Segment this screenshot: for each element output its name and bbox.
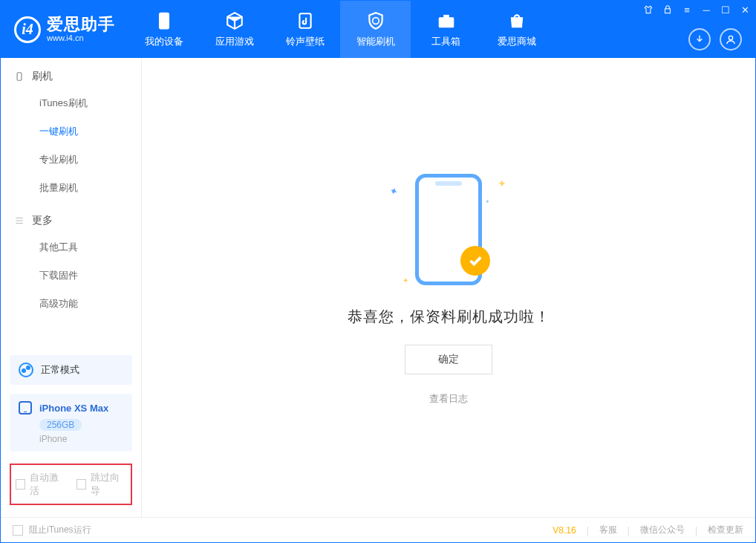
sidebar-item-pro-flash[interactable]: 专业刷机 [1, 146, 141, 174]
device-card[interactable]: iPhone XS Max 256GB iPhone [10, 394, 132, 452]
device-type: iPhone [39, 434, 123, 444]
titlebar-right-actions [688, 28, 742, 51]
logo-text: 爱思助手 www.i4.cn [47, 16, 115, 42]
svg-rect-4 [665, 9, 671, 13]
nav-tabs: 我的设备 应用游戏 铃声壁纸 智能刷机 工具箱 爱思商城 [128, 1, 552, 58]
download-button[interactable] [688, 28, 711, 51]
tab-label: 爱思商城 [498, 35, 536, 48]
tab-label: 铃声壁纸 [286, 35, 325, 48]
app-name: 爱思助手 [47, 16, 115, 33]
shirt-icon[interactable] [642, 4, 654, 16]
section-title: 刷机 [32, 70, 53, 83]
close-button[interactable]: ✕ [739, 4, 751, 16]
sidebar-item-advanced[interactable]: 高级功能 [1, 290, 141, 318]
check-update-link[interactable]: 检查更新 [708, 524, 743, 536]
titlebar: i4 爱思助手 www.i4.cn 我的设备 应用游戏 铃声壁纸 智能刷机 工具… [1, 1, 755, 58]
separator: | [587, 525, 589, 536]
tab-label: 我的设备 [145, 35, 183, 48]
tab-toolbox[interactable]: 工具箱 [411, 1, 481, 58]
checkbox-icon [76, 479, 86, 490]
svg-rect-3 [443, 15, 449, 17]
statusbar: 阻止iTunes运行 V8.16 | 客服 | 微信公众号 | 检查更新 [1, 517, 755, 542]
device-name: iPhone XS Max [39, 403, 108, 414]
sparkle-icon: ✦ [403, 276, 408, 284]
sidebar-items-more: 其他工具 下载固件 高级功能 [1, 233, 141, 318]
svg-rect-6 [17, 73, 22, 81]
section-title: 更多 [32, 214, 53, 227]
success-illustration: ✦ ✦ ✦ ✦ [382, 170, 515, 289]
checkbox-label: 自动激活 [30, 471, 65, 498]
device-icon [14, 71, 25, 82]
block-itunes-label[interactable]: 阻止iTunes运行 [29, 524, 91, 536]
app-logo[interactable]: i4 爱思助手 www.i4.cn [1, 1, 128, 58]
sidebar-item-batch-flash[interactable]: 批量刷机 [1, 174, 141, 202]
sidebar: 刷机 iTunes刷机 一键刷机 专业刷机 批量刷机 更多 其他工具 下载固件 … [1, 58, 142, 517]
tab-my-device[interactable]: 我的设备 [128, 1, 199, 58]
support-link[interactable]: 客服 [599, 524, 617, 536]
app-url: www.i4.cn [47, 34, 115, 42]
ok-button[interactable]: 确定 [405, 345, 492, 374]
tab-apps-games[interactable]: 应用游戏 [199, 1, 270, 58]
separator: | [695, 525, 697, 536]
account-button[interactable] [720, 28, 742, 51]
tab-label: 智能刷机 [356, 35, 395, 48]
menu-icon[interactable]: ≡ [681, 4, 693, 16]
checkbox-label: 跳过向导 [91, 471, 126, 498]
list-icon [14, 215, 25, 226]
tab-store[interactable]: 爱思商城 [481, 1, 552, 58]
version-label: V8.16 [553, 525, 576, 536]
window-controls: ≡ ─ ☐ ✕ [642, 4, 751, 16]
tab-label: 应用游戏 [215, 35, 254, 48]
sidebar-item-itunes-flash[interactable]: iTunes刷机 [1, 89, 141, 117]
svg-rect-2 [439, 17, 454, 27]
checkbox-auto-activate[interactable]: 自动激活 [16, 471, 66, 498]
toolbox-icon [437, 11, 456, 30]
success-message: 恭喜您，保资料刷机成功啦！ [348, 307, 550, 327]
bag-icon [507, 11, 527, 30]
phone-outline-icon [19, 401, 32, 414]
tab-label: 工具箱 [431, 35, 460, 48]
checkbox-row-highlighted: 自动激活 跳过向导 [10, 464, 132, 505]
phone-icon [154, 11, 174, 30]
sidebar-section-more: 更多 [1, 202, 141, 233]
mode-icon [19, 362, 33, 377]
main-panel: ✦ ✦ ✦ ✦ 恭喜您，保资料刷机成功啦！ 确定 查看日志 [142, 58, 755, 517]
logo-icon: i4 [14, 16, 41, 43]
tab-smart-flash[interactable]: 智能刷机 [340, 1, 411, 58]
view-log-link[interactable]: 查看日志 [429, 392, 468, 406]
sparkle-icon: ✦ [498, 178, 506, 189]
cube-icon [225, 11, 244, 30]
svg-point-5 [729, 36, 732, 39]
sidebar-item-oneclick-flash[interactable]: 一键刷机 [1, 117, 141, 146]
checkbox-icon[interactable] [13, 525, 23, 536]
sidebar-item-download-firmware[interactable]: 下载固件 [1, 261, 141, 290]
checkmark-badge-icon [460, 246, 490, 276]
minimize-button[interactable]: ─ [700, 4, 712, 16]
maximize-button[interactable]: ☐ [720, 4, 731, 16]
music-file-icon [296, 11, 315, 30]
checkbox-skip-guide[interactable]: 跳过向导 [76, 471, 127, 498]
device-capacity: 256GB [39, 419, 82, 431]
mode-card[interactable]: 正常模式 [10, 355, 132, 385]
checkbox-icon [16, 479, 25, 490]
lock-icon[interactable] [662, 4, 674, 16]
mode-label: 正常模式 [41, 363, 79, 377]
tab-ringtone-wallpaper[interactable]: 铃声壁纸 [270, 1, 340, 58]
sidebar-section-flash: 刷机 [1, 58, 141, 89]
wechat-link[interactable]: 微信公众号 [640, 524, 685, 536]
sidebar-item-other-tools[interactable]: 其他工具 [1, 233, 141, 261]
sparkle-icon: ✦ [485, 198, 490, 205]
shield-sync-icon [366, 11, 385, 30]
separator: | [628, 525, 630, 536]
sidebar-items-flash: iTunes刷机 一键刷机 专业刷机 批量刷机 [1, 89, 141, 202]
body: 刷机 iTunes刷机 一键刷机 专业刷机 批量刷机 更多 其他工具 下载固件 … [1, 58, 755, 517]
sparkle-icon: ✦ [388, 183, 400, 198]
svg-rect-0 [159, 13, 169, 29]
